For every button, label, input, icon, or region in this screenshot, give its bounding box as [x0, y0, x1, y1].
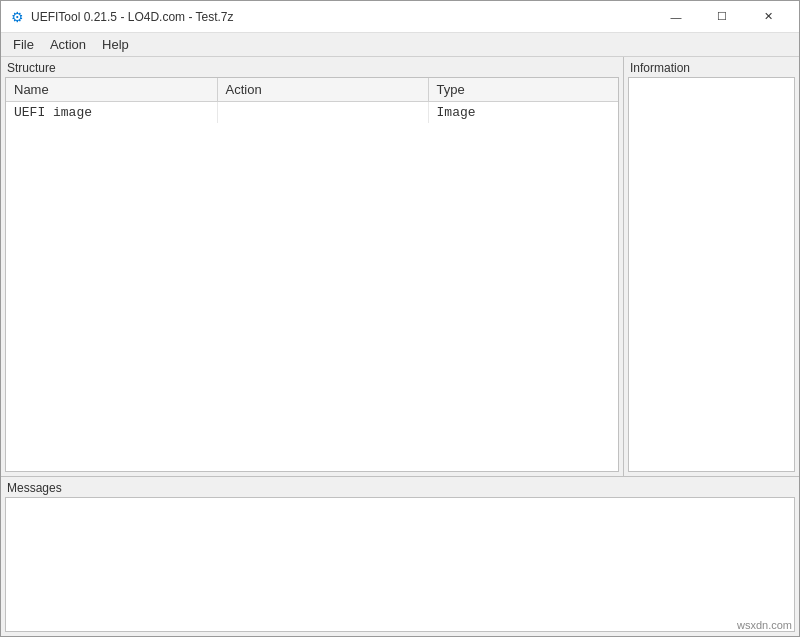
cell-name: UEFI image — [6, 102, 217, 124]
information-label: Information — [624, 57, 799, 77]
cell-action — [217, 102, 428, 124]
bottom-section: Messages — [1, 476, 799, 636]
structure-table: Name Action Type UEFI imageImage — [6, 78, 618, 123]
col-header-action: Action — [217, 78, 428, 102]
menu-action[interactable]: Action — [42, 34, 94, 56]
messages-label: Messages — [1, 477, 799, 497]
cell-type: Image — [428, 102, 618, 124]
minimize-button[interactable]: — — [653, 1, 699, 33]
information-panel: Information — [624, 57, 799, 476]
main-content: Structure Name Action Type UEFI imageIma… — [1, 57, 799, 636]
structure-panel: Structure Name Action Type UEFI imageIma… — [1, 57, 624, 476]
messages-content[interactable] — [5, 497, 795, 632]
menu-file[interactable]: File — [5, 34, 42, 56]
structure-label: Structure — [1, 57, 623, 77]
structure-table-container[interactable]: Name Action Type UEFI imageImage — [5, 77, 619, 472]
table-row[interactable]: UEFI imageImage — [6, 102, 618, 124]
close-button[interactable]: ✕ — [745, 1, 791, 33]
top-section: Structure Name Action Type UEFI imageIma… — [1, 57, 799, 476]
title-bar: ⚙ UEFITool 0.21.5 - LO4D.com - Test.7z —… — [1, 1, 799, 33]
table-body: UEFI imageImage — [6, 102, 618, 124]
menu-help[interactable]: Help — [94, 34, 137, 56]
col-header-name: Name — [6, 78, 217, 102]
app-icon: ⚙ — [9, 9, 25, 25]
window-title: UEFITool 0.21.5 - LO4D.com - Test.7z — [31, 10, 653, 24]
col-header-type: Type — [428, 78, 618, 102]
main-window: ⚙ UEFITool 0.21.5 - LO4D.com - Test.7z —… — [0, 0, 800, 637]
maximize-button[interactable]: ☐ — [699, 1, 745, 33]
table-header-row: Name Action Type — [6, 78, 618, 102]
watermark: wsxdn.com — [737, 619, 792, 631]
menu-bar: File Action Help — [1, 33, 799, 57]
window-controls: — ☐ ✕ — [653, 1, 791, 33]
information-content — [628, 77, 795, 472]
